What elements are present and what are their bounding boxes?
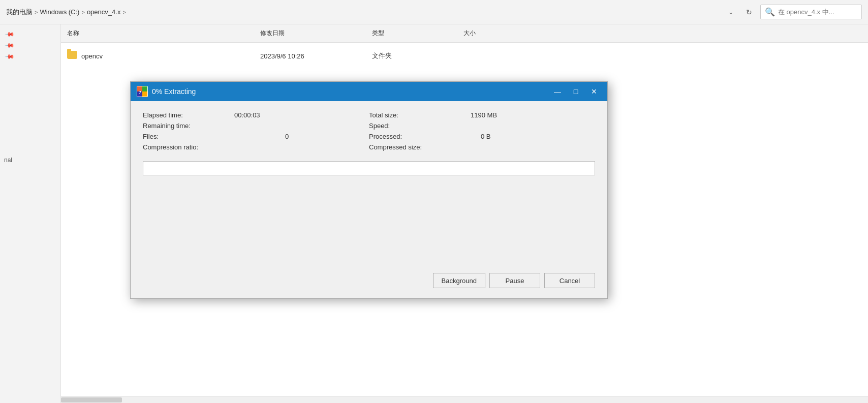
sidebar-pin-3[interactable]: 📌 (0, 51, 60, 62)
col-header-name[interactable]: 名称 (61, 29, 254, 38)
svg-rect-2 (142, 86, 147, 91)
scrollbar-thumb[interactable] (61, 397, 122, 402)
horizontal-scrollbar[interactable] (61, 396, 868, 403)
svg-rect-4 (142, 91, 147, 97)
info-col-left: Elapsed time: 00:00:03 Remaining time: F… (143, 111, 369, 151)
compression-ratio-row: Compression ratio: (143, 143, 369, 151)
pin-icon-1: 📌 (5, 29, 15, 40)
sidebar-pin-1[interactable]: 📌 (0, 28, 60, 40)
sidebar: nal 📌 📌 📌 (0, 24, 61, 403)
breadcrumb-sep-0: > (35, 9, 38, 15)
breadcrumb-part-0[interactable]: 我的电脑 (6, 8, 33, 17)
compression-ratio-label: Compression ratio: (143, 143, 224, 151)
processed-label: Processed: (369, 133, 450, 140)
address-bar-controls: ⌄ ↻ 🔍 (724, 5, 862, 19)
total-size-row: Total size: 1190 MB (369, 111, 595, 119)
remaining-time-row: Remaining time: (143, 122, 369, 130)
remaining-time-label: Remaining time: (143, 122, 224, 130)
refresh-button[interactable]: ↻ (742, 5, 756, 19)
table-row[interactable]: opencv 2023/9/6 10:26 文件夹 (61, 47, 868, 65)
column-headers: 名称 修改日期 类型 大小 (61, 24, 868, 43)
breadcrumb-part-2[interactable]: opencv_4.x (87, 8, 121, 16)
maximize-button[interactable]: □ (569, 84, 583, 99)
col-header-date[interactable]: 修改日期 (254, 29, 366, 38)
compressed-size-row: Compressed size: (369, 143, 595, 151)
elapsed-time-value: 00:00:03 (234, 111, 260, 119)
background-button[interactable]: Background (433, 273, 485, 288)
processed-row: Processed: 0 B (369, 133, 595, 140)
close-button[interactable]: ✕ (587, 84, 601, 99)
search-icon: 🔍 (765, 7, 775, 17)
folder-icon (67, 51, 77, 61)
col-header-type[interactable]: 类型 (366, 29, 457, 38)
dialog-title: 0% Extracting (152, 87, 546, 96)
info-col-right: Total size: 1190 MB Speed: Processed: 0 … (369, 111, 595, 151)
compressed-size-label: Compressed size: (369, 143, 450, 151)
file-name: opencv (81, 52, 260, 60)
extracting-dialog: 7 0% Extracting — □ ✕ Elapsed time: 00:0… (130, 81, 608, 299)
address-bar: 我的电脑 > Windows (C:) > opencv_4.x > ⌄ ↻ 🔍 (0, 0, 868, 24)
file-date: 2023/9/6 10:26 (260, 52, 372, 60)
minimize-button[interactable]: — (550, 84, 565, 99)
search-input[interactable] (778, 8, 854, 16)
elapsed-time-label: Elapsed time: (143, 111, 224, 119)
elapsed-time-row: Elapsed time: 00:00:03 (143, 111, 369, 119)
cancel-button[interactable]: Cancel (544, 273, 595, 288)
total-size-value: 1190 MB (471, 111, 497, 119)
breadcrumb-sep-2: > (122, 9, 126, 15)
dialog-body: Elapsed time: 00:00:03 Remaining time: F… (131, 101, 607, 267)
sevenzip-icon: 7 (137, 86, 148, 97)
info-grid: Elapsed time: 00:00:03 Remaining time: F… (143, 111, 595, 151)
files-row: Files: 0 (143, 133, 369, 140)
nav-label: nal (0, 157, 12, 164)
processed-value: 0 B (481, 133, 491, 140)
dropdown-button[interactable]: ⌄ (724, 5, 738, 19)
pin-icon-3: 📌 (5, 51, 15, 62)
breadcrumb[interactable]: 我的电脑 > Windows (C:) > opencv_4.x > (6, 8, 720, 17)
sidebar-pin-2[interactable]: 📌 (0, 40, 60, 51)
pause-button[interactable]: Pause (489, 273, 540, 288)
svg-text:7: 7 (139, 90, 141, 95)
dialog-buttons: Background Pause Cancel (131, 267, 607, 298)
dialog-titlebar: 7 0% Extracting — □ ✕ (131, 82, 607, 101)
total-size-label: Total size: (369, 111, 450, 119)
breadcrumb-sep-1: > (81, 9, 84, 15)
speed-row: Speed: (369, 122, 595, 130)
progress-bar-container (143, 161, 595, 175)
speed-label: Speed: (369, 122, 450, 130)
breadcrumb-part-1[interactable]: Windows (C:) (40, 8, 79, 16)
pin-icon-2: 📌 (5, 40, 15, 51)
col-header-size[interactable]: 大小 (457, 29, 518, 38)
files-value: 0 (285, 133, 289, 140)
search-box[interactable]: 🔍 (760, 5, 862, 19)
files-label: Files: (143, 133, 224, 140)
file-type: 文件夹 (372, 51, 463, 60)
dialog-spacer (143, 185, 595, 257)
